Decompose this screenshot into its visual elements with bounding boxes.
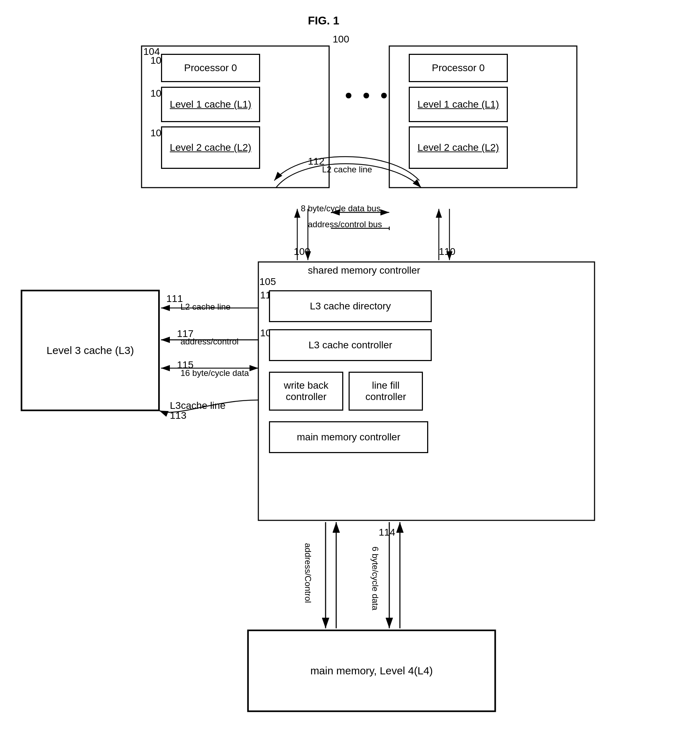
svg-point-8 <box>346 93 351 99</box>
label-113: 113 <box>170 410 187 421</box>
label-109: 109 <box>294 246 310 257</box>
label-110: 110 <box>439 246 456 257</box>
main-memory-controller-box: main memory controller <box>269 421 428 453</box>
main-memory-box: main memory, Level 4(L4) <box>248 630 496 712</box>
l3-cache-box: Level 3 cache (L3) <box>21 290 159 410</box>
label-data-16: 16 byte/cycle data <box>181 368 249 378</box>
label-addr-ctrl-117: address/control <box>181 337 238 347</box>
label-data-6-down: 6 byte/cycle data <box>370 547 380 610</box>
processor0-left: Processor 0 <box>161 54 260 82</box>
system-number: 100 <box>333 34 349 45</box>
svg-point-10 <box>381 93 387 99</box>
l1-cache-right: Level 1 cache (L1) <box>409 87 508 122</box>
l1-cache-left: Level 1 cache (L1) <box>161 87 260 122</box>
fig-title: FIG. 1 <box>308 14 340 27</box>
label-114: 114 <box>379 527 395 538</box>
label-l2-cache-line-111: L2 cache line <box>181 302 230 312</box>
l2-cache-right: Level 2 cache (L2) <box>409 127 508 169</box>
label-addr-ctrl: address/control bus <box>308 219 382 229</box>
processor0-right: Processor 0 <box>409 54 508 82</box>
write-back-controller-box: write back controller <box>269 372 343 410</box>
label-data-bus: 8 byte/cycle data bus <box>301 203 381 213</box>
label-addr-ctrl-down: address/Control <box>303 543 313 603</box>
svg-point-9 <box>363 93 369 99</box>
l3-cache-directory-box: L3 cache directory <box>269 290 432 322</box>
diagram-container: FIG. 1 100 104 101 Processor 0 102 Level… <box>0 0 700 737</box>
label-shared-mem-ctrl: shared memory controller <box>308 265 420 276</box>
label-l2-cache-line: L2 cache line <box>322 165 372 175</box>
label-105: 105 <box>259 276 276 287</box>
l2-cache-left: Level 2 cache (L2) <box>161 127 260 169</box>
line-fill-controller-box: line fill controller <box>349 372 423 410</box>
l3-cache-controller-box: L3 cache controller <box>269 329 432 361</box>
